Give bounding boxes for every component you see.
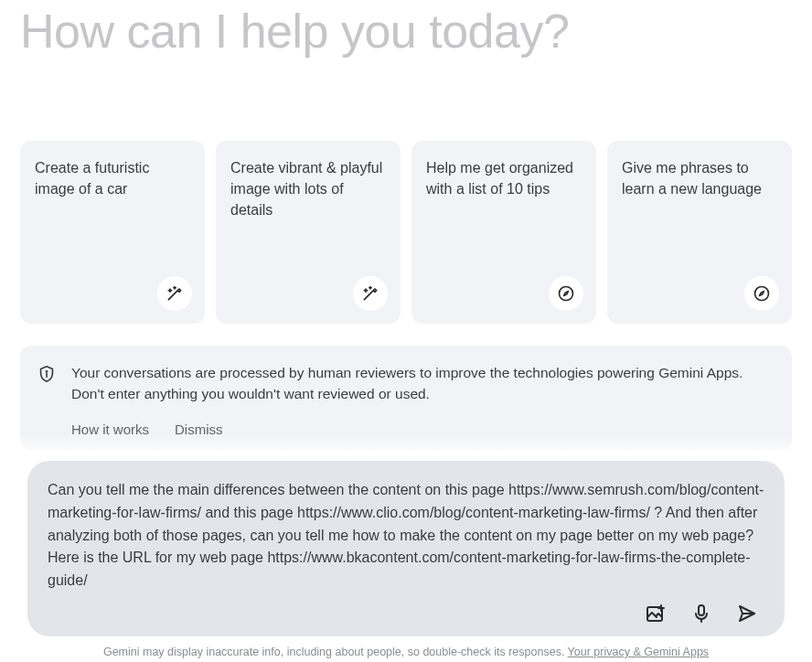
svg-point-4: [46, 371, 47, 372]
suggestion-card[interactable]: Help me get organized with a list of 10 …: [411, 141, 596, 324]
svg-point-0: [560, 287, 573, 301]
microphone-button[interactable]: [689, 602, 713, 625]
suggestion-cards: Create a futuristic image of a car Creat…: [20, 141, 792, 324]
svg-marker-1: [564, 292, 569, 296]
prompt-composer[interactable]: Can you tell me the main differences bet…: [27, 461, 785, 636]
hero-title: How can I help you today?: [20, 4, 792, 59]
suggestion-card[interactable]: Give me phrases to learn a new language: [607, 141, 792, 324]
svg-point-2: [755, 287, 769, 301]
suggestion-card-text: Help me get organized with a list of 10 …: [426, 157, 582, 199]
footer-text: Gemini may display inaccurate info, incl…: [103, 646, 568, 658]
svg-marker-3: [760, 292, 764, 296]
magic-pen-icon: [353, 276, 388, 311]
compass-icon: [744, 276, 779, 311]
add-image-button[interactable]: [644, 602, 668, 625]
suggestion-card-text: Create a futuristic image of a car: [35, 157, 190, 199]
suggestion-card-text: Give me phrases to learn a new language: [622, 157, 777, 199]
footer-privacy-link[interactable]: Your privacy & Gemini Apps: [568, 646, 709, 658]
suggestion-card[interactable]: Create a futuristic image of a car: [20, 141, 205, 324]
privacy-notice-text: Your conversations are processed by huma…: [71, 362, 772, 405]
shield-info-icon: [37, 362, 57, 437]
magic-pen-icon: [157, 276, 192, 311]
suggestion-card-text: Create vibrant & playful image with lots…: [230, 157, 386, 221]
suggestion-card[interactable]: Create vibrant & playful image with lots…: [216, 141, 401, 324]
compass-icon: [549, 276, 583, 311]
send-button[interactable]: [735, 602, 759, 625]
svg-rect-7: [699, 605, 704, 615]
prompt-input[interactable]: Can you tell me the main differences bet…: [48, 479, 764, 593]
footer-disclaimer: Gemini may display inaccurate info, incl…: [27, 636, 785, 662]
